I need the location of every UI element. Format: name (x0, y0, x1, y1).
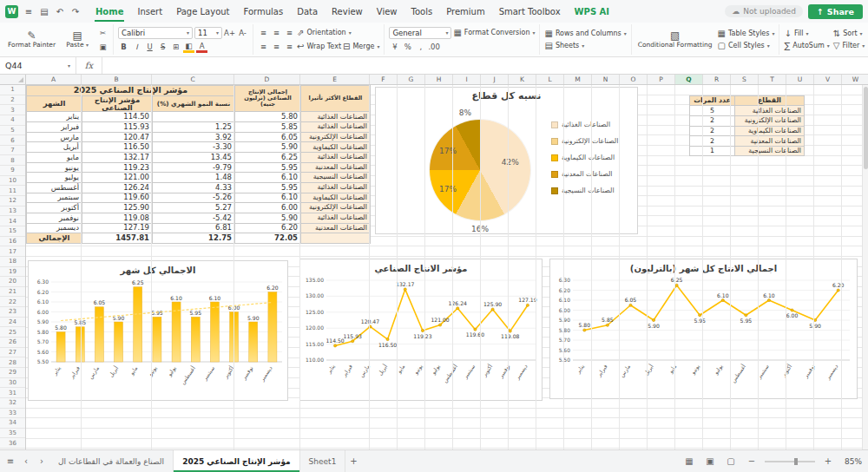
ribbon-tab-home[interactable]: Home (89, 0, 130, 23)
zoom-level[interactable]: 85% (841, 457, 862, 466)
cell-total[interactable]: 5.90 (235, 142, 301, 153)
row-header-18[interactable]: 18 (0, 257, 25, 267)
cell-sector[interactable]: الصناعات المعدنية (301, 223, 371, 233)
view-break-icon[interactable]: ▢ (723, 456, 739, 466)
cell-index[interactable]: 119.23 (82, 162, 153, 173)
cells-grid[interactable]: مؤشر الإنتاج الصناعي 2025 إجمالي الإنتاج… (26, 85, 868, 449)
cell-growth[interactable]: 1.25 (153, 122, 235, 133)
comma-icon[interactable]: , (415, 42, 426, 53)
cell-index[interactable]: 121.00 (82, 173, 153, 183)
row-header-7[interactable]: 7 (0, 146, 25, 156)
column-header-R[interactable]: R (703, 75, 731, 84)
align-top-icon[interactable]: ≡ (258, 41, 269, 52)
align-center-icon[interactable]: ≡ (271, 27, 282, 38)
row-header-33[interactable]: 33 (0, 409, 25, 419)
cell-month[interactable]: سبتمبر (27, 193, 82, 203)
cell-sector[interactable]: الصناعات المعدنية (301, 162, 371, 173)
add-sheet-button[interactable]: + (345, 450, 361, 472)
table-styles-button[interactable]: ▦ Table Styles▾ (718, 29, 775, 38)
table-title[interactable]: مؤشر الإنتاج الصناعي 2025 (27, 86, 235, 96)
row-header-31[interactable]: 31 (0, 388, 25, 398)
row-header-8[interactable]: 8 (0, 155, 25, 166)
zoom-out-button[interactable]: − (744, 456, 760, 466)
row-header-32[interactable]: 32 (0, 398, 25, 409)
counts-sector-cell[interactable]: الصناعات النسيجية (735, 146, 805, 156)
cell-total-sector[interactable] (301, 233, 371, 244)
counts-header-count[interactable]: عدد المرات (690, 95, 735, 106)
row-header-19[interactable]: 19 (0, 267, 25, 278)
cell-index[interactable]: 125.90 (82, 203, 153, 213)
row-header-4[interactable]: 4 (0, 115, 25, 126)
row-header-22[interactable]: 22 (0, 297, 25, 307)
line-chart-monthly-total[interactable]: اجمالي الانتاج كل شهر (بالترليون)5.505.6… (549, 259, 858, 399)
ribbon-tab-data[interactable]: Data (290, 0, 325, 23)
column-header-S[interactable]: S (731, 75, 759, 84)
fill-button[interactable]: ↓ Fill▾ (784, 29, 829, 38)
ribbon-tab-page-layout[interactable]: Page Layout (169, 0, 236, 23)
legend-item[interactable]: الصناعات المعدنية (551, 170, 618, 178)
bar-chart-monthly-total[interactable]: الاجمالي كل شهر5.505.605.705.805.906.006… (28, 260, 288, 401)
filter-button[interactable]: ▽ Filter▾ (833, 41, 865, 50)
formula-input[interactable] (102, 57, 868, 74)
legend-item[interactable]: الصناعات النسيجية (551, 187, 618, 194)
row-header-36[interactable]: 36 (0, 438, 25, 449)
vertical-scrollbar[interactable] (862, 85, 868, 449)
header-index[interactable]: مؤشر الإنتاج الصناعي (82, 95, 153, 112)
column-header-D[interactable]: D (234, 75, 300, 84)
column-header-H[interactable]: H (425, 75, 453, 84)
cell-sector[interactable]: الصناعات الكيماوية (301, 193, 371, 203)
ribbon-tab-insert[interactable]: Insert (130, 0, 169, 23)
counts-count-cell[interactable]: 5 (690, 106, 735, 116)
column-header-V[interactable]: V (814, 75, 842, 84)
shrink-font-icon[interactable]: A- (237, 27, 248, 38)
copy-icon[interactable]: ▣ (97, 41, 108, 52)
row-header-20[interactable]: 20 (0, 277, 25, 287)
orientation-button[interactable]: ⇗ Orientation▾ (297, 28, 352, 37)
column-header-E[interactable]: E (300, 75, 370, 84)
redo-icon[interactable]: ↷ (68, 4, 83, 18)
column-header-M[interactable]: M (564, 75, 592, 84)
format-painter-button[interactable]: ✎ Format Painter (6, 30, 57, 49)
align-bottom-icon[interactable]: ≡ (284, 41, 295, 52)
cell-total[interactable]: 5.80 (235, 112, 301, 122)
counts-sector-cell[interactable]: الصناعات الإلكترونية (735, 115, 805, 126)
number-format-select[interactable]: General▾ (389, 27, 451, 39)
cell-total-label[interactable]: الإجمالي (27, 233, 82, 244)
cell-sector[interactable]: الصناعات الغذائية (301, 122, 371, 133)
currency-icon[interactable]: ¥ (389, 42, 400, 53)
counts-count-cell[interactable]: 2 (690, 136, 735, 147)
percent-icon[interactable]: % (402, 42, 413, 53)
view-layout-icon[interactable]: ▣ (702, 456, 718, 466)
ribbon-tab-tools[interactable]: Tools (404, 0, 440, 23)
cell-growth[interactable]: -3.30 (153, 142, 235, 153)
column-header-F[interactable]: F (370, 75, 398, 84)
cell-month[interactable]: فبراير (27, 122, 82, 133)
row-header-11[interactable]: 11 (0, 186, 25, 196)
zoom-slider[interactable] (765, 461, 815, 462)
align-middle-icon[interactable]: ≡ (271, 41, 282, 52)
sheets-button[interactable]: ▤ Sheets▾ (544, 41, 626, 50)
line-chart-production-index[interactable]: مؤشر الانتاج الصناعي110.00115.00120.0012… (299, 259, 542, 401)
ribbon-tab-formulas[interactable]: Formulas (237, 0, 291, 23)
cell-growth[interactable]: 3.92 (153, 132, 235, 142)
italic-button[interactable]: I (131, 42, 142, 53)
cell-total[interactable]: 6.00 (235, 203, 301, 213)
cell-total-growth[interactable]: 12.75 (153, 233, 235, 244)
cell-total[interactable]: 5.85 (235, 122, 301, 133)
cell-index[interactable]: 119.08 (82, 213, 153, 223)
column-header-L[interactable]: L (536, 75, 564, 84)
counts-sector-cell[interactable]: الصناعات المعدنية (735, 136, 805, 147)
borders-button[interactable]: ⊞ (170, 42, 181, 53)
cell-month[interactable]: أبريل (27, 142, 82, 153)
counts-count-cell[interactable]: 1 (690, 146, 735, 156)
cell-sector[interactable]: الصناعات الغذائية (301, 182, 371, 193)
row-header-9[interactable]: 9 (0, 166, 25, 176)
cell-month[interactable]: يوليو (27, 173, 82, 183)
view-normal-icon[interactable]: ▦ (681, 456, 697, 466)
column-header-T[interactable]: T (759, 75, 786, 84)
wrap-text-button[interactable]: ↩ Wrap Text (297, 42, 341, 51)
row-header-35[interactable]: 35 (0, 429, 25, 439)
cell-index[interactable]: 126.24 (82, 182, 153, 193)
row-header-3[interactable]: 3 (0, 105, 25, 115)
cell-growth[interactable]: -9.79 (153, 162, 235, 173)
